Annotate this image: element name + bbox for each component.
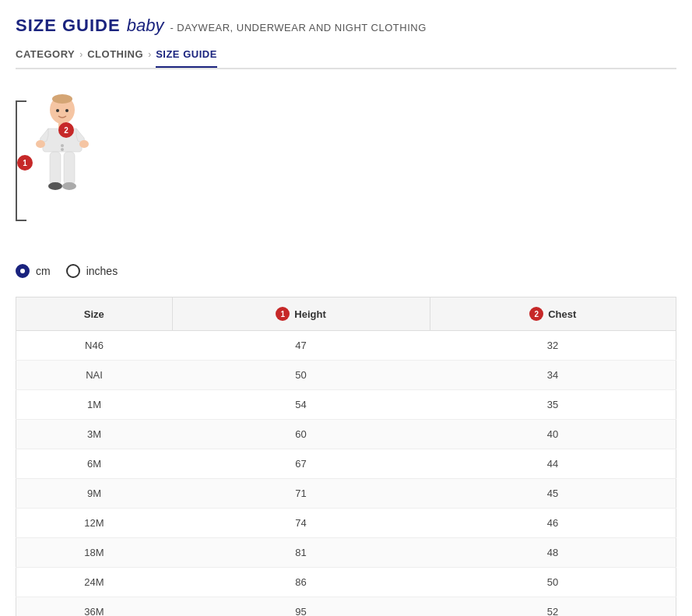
cell-height: 95 — [172, 597, 430, 617]
svg-point-11 — [56, 109, 59, 112]
svg-point-12 — [65, 109, 68, 112]
breadcrumb-category[interactable]: CATEGORY — [16, 48, 75, 60]
table-header-row: Size 1 Height 2 Chest — [16, 297, 676, 331]
cell-chest: 40 — [430, 420, 676, 449]
badge-height: 1 — [17, 155, 33, 171]
breadcrumb: CATEGORY › CLOTHING › SIZE GUIDE — [16, 48, 676, 69]
unit-toggle: cm inches — [16, 264, 676, 278]
table-row: 12M7446 — [16, 509, 676, 538]
table-row: 24M8650 — [16, 568, 676, 597]
cell-size: NAI — [16, 361, 173, 390]
table-row: N464732 — [16, 331, 676, 361]
cell-height: 60 — [172, 420, 430, 449]
col-height-label: Height — [294, 308, 325, 320]
cell-size: N46 — [16, 331, 173, 361]
title-size-guide: SIZE GUIDE — [16, 16, 121, 36]
inches-radio[interactable] — [66, 264, 80, 278]
cm-option[interactable]: cm — [16, 264, 51, 278]
col-chest-label: Chest — [548, 308, 576, 320]
title-baby: baby — [127, 16, 164, 36]
cell-size: 3M — [16, 420, 173, 449]
table-row: NAI5034 — [16, 361, 676, 390]
inches-option[interactable]: inches — [66, 264, 118, 278]
cell-height: 74 — [172, 509, 430, 538]
cell-chest: 45 — [430, 479, 676, 509]
badge-chest: 2 — [58, 122, 74, 138]
cm-label: cm — [36, 265, 51, 277]
cell-chest: 44 — [430, 449, 676, 479]
cell-chest: 50 — [430, 568, 676, 597]
breadcrumb-sep-2: › — [148, 49, 151, 60]
svg-point-8 — [62, 182, 76, 190]
table-body: N464732NAI50341M54353M60406M67449M714512… — [16, 331, 676, 617]
page-title-area: SIZE GUIDE baby - DAYWEAR, UNDERWEAR AND… — [16, 16, 676, 36]
svg-rect-6 — [64, 152, 75, 185]
baby-figure: 1 — [16, 93, 125, 233]
col-size-label: Size — [84, 308, 104, 320]
svg-point-4 — [79, 140, 89, 148]
col-header-chest: 2 Chest — [430, 297, 676, 331]
table-row: 3M6040 — [16, 420, 676, 449]
col-header-size: Size — [16, 297, 173, 331]
cell-height: 67 — [172, 449, 430, 479]
cell-size: 18M — [16, 538, 173, 568]
cell-height: 86 — [172, 568, 430, 597]
illustration-area: 1 — [16, 93, 676, 248]
cell-size: 12M — [16, 509, 173, 538]
size-table: Size 1 Height 2 Chest N464732NAI50341M54… — [16, 297, 676, 616]
cell-height: 50 — [172, 361, 430, 390]
breadcrumb-sep-1: › — [79, 49, 83, 60]
table-row: 18M8148 — [16, 538, 676, 568]
cell-size: 1M — [16, 390, 173, 420]
cell-size: 9M — [16, 479, 173, 509]
svg-point-3 — [36, 140, 45, 148]
cell-size: 36M — [16, 597, 173, 617]
baby-illustration — [31, 93, 109, 225]
svg-point-1 — [52, 94, 72, 104]
table-row: 6M6744 — [16, 449, 676, 479]
cell-height: 71 — [172, 479, 430, 509]
cell-height: 54 — [172, 390, 430, 420]
col-header-height: 1 Height — [172, 297, 430, 331]
page-wrapper: SIZE GUIDE baby - DAYWEAR, UNDERWEAR AND… — [0, 0, 692, 616]
cell-chest: 34 — [430, 361, 676, 390]
svg-point-7 — [48, 182, 62, 190]
svg-point-9 — [61, 144, 64, 147]
cell-chest: 52 — [430, 597, 676, 617]
table-row: 9M7145 — [16, 479, 676, 509]
col-height-badge: 1 — [276, 307, 290, 321]
svg-point-10 — [61, 148, 64, 151]
cell-height: 81 — [172, 538, 430, 568]
breadcrumb-size-guide: SIZE GUIDE — [156, 48, 217, 68]
table-row: 1M5435 — [16, 390, 676, 420]
cell-size: 24M — [16, 568, 173, 597]
svg-rect-5 — [50, 152, 61, 185]
inches-label: inches — [86, 265, 118, 277]
cell-chest: 32 — [430, 331, 676, 361]
col-chest-badge: 2 — [529, 307, 543, 321]
table-row: 36M9552 — [16, 597, 676, 617]
cell-chest: 35 — [430, 390, 676, 420]
cell-chest: 46 — [430, 509, 676, 538]
breadcrumb-clothing[interactable]: CLOTHING — [87, 48, 143, 60]
title-subtitle: - DAYWEAR, UNDERWEAR AND NIGHT CLOTHING — [170, 22, 426, 33]
cell-chest: 48 — [430, 538, 676, 568]
cell-size: 6M — [16, 449, 173, 479]
cell-height: 47 — [172, 331, 430, 361]
cm-radio[interactable] — [16, 264, 30, 278]
